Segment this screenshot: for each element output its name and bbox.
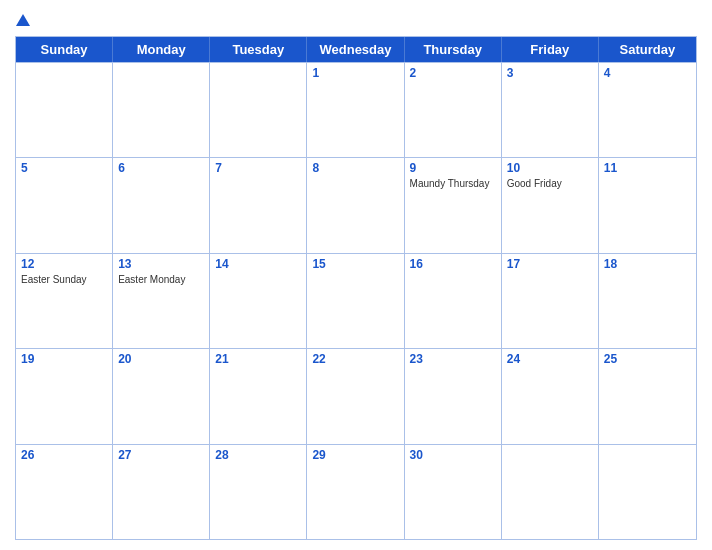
day-number: 3 [507, 66, 593, 80]
calendar-cell: 24 [502, 349, 599, 443]
calendar-cell: 11 [599, 158, 696, 252]
calendar-cell: 7 [210, 158, 307, 252]
calendar-cell [113, 63, 210, 157]
day-number: 26 [21, 448, 107, 462]
calendar-cell: 5 [16, 158, 113, 252]
day-number: 19 [21, 352, 107, 366]
calendar-cell: 6 [113, 158, 210, 252]
day-number: 9 [410, 161, 496, 175]
weekday-header-wednesday: Wednesday [307, 37, 404, 62]
weekday-header-monday: Monday [113, 37, 210, 62]
day-number: 21 [215, 352, 301, 366]
calendar-week-3: 12Easter Sunday13Easter Monday1415161718 [16, 253, 696, 348]
calendar-cell: 13Easter Monday [113, 254, 210, 348]
calendar-cell: 29 [307, 445, 404, 539]
day-number: 16 [410, 257, 496, 271]
weekday-header-saturday: Saturday [599, 37, 696, 62]
calendar-cell [599, 445, 696, 539]
day-number: 12 [21, 257, 107, 271]
logo-blue-text [15, 10, 30, 30]
calendar-week-2: 56789Maundy Thursday10Good Friday11 [16, 157, 696, 252]
calendar-cell: 4 [599, 63, 696, 157]
event-text: Maundy Thursday [410, 177, 496, 190]
calendar-cell: 3 [502, 63, 599, 157]
day-number: 2 [410, 66, 496, 80]
day-number: 1 [312, 66, 398, 80]
weekday-header-thursday: Thursday [405, 37, 502, 62]
calendar-cell: 1 [307, 63, 404, 157]
calendar-cell: 30 [405, 445, 502, 539]
calendar-header-row: SundayMondayTuesdayWednesdayThursdayFrid… [16, 37, 696, 62]
svg-marker-0 [16, 14, 30, 26]
calendar-cell: 2 [405, 63, 502, 157]
day-number: 13 [118, 257, 204, 271]
calendar-cell: 25 [599, 349, 696, 443]
calendar-cell [210, 63, 307, 157]
event-text: Good Friday [507, 177, 593, 190]
day-number: 11 [604, 161, 691, 175]
day-number: 25 [604, 352, 691, 366]
calendar-week-4: 19202122232425 [16, 348, 696, 443]
header [15, 10, 697, 30]
calendar-cell: 10Good Friday [502, 158, 599, 252]
calendar-cell: 21 [210, 349, 307, 443]
country-label [617, 10, 697, 16]
calendar-week-5: 2627282930 [16, 444, 696, 539]
weekday-header-tuesday: Tuesday [210, 37, 307, 62]
day-number: 20 [118, 352, 204, 366]
calendar-cell [502, 445, 599, 539]
logo [15, 10, 30, 30]
calendar-body: 123456789Maundy Thursday10Good Friday111… [16, 62, 696, 539]
day-number: 14 [215, 257, 301, 271]
day-number: 7 [215, 161, 301, 175]
day-number: 4 [604, 66, 691, 80]
day-number: 18 [604, 257, 691, 271]
calendar-cell: 14 [210, 254, 307, 348]
weekday-header-friday: Friday [502, 37, 599, 62]
logo-triangle-icon [16, 14, 30, 26]
day-number: 29 [312, 448, 398, 462]
calendar-cell: 27 [113, 445, 210, 539]
day-number: 5 [21, 161, 107, 175]
calendar-cell: 17 [502, 254, 599, 348]
calendar-cell: 16 [405, 254, 502, 348]
calendar-cell: 23 [405, 349, 502, 443]
calendar-cell: 12Easter Sunday [16, 254, 113, 348]
day-number: 23 [410, 352, 496, 366]
calendar-cell: 18 [599, 254, 696, 348]
day-number: 24 [507, 352, 593, 366]
calendar-cell [16, 63, 113, 157]
weekday-header-sunday: Sunday [16, 37, 113, 62]
calendar-week-1: 1234 [16, 62, 696, 157]
calendar-cell: 8 [307, 158, 404, 252]
calendar-cell: 28 [210, 445, 307, 539]
event-text: Easter Sunday [21, 273, 107, 286]
day-number: 15 [312, 257, 398, 271]
day-number: 6 [118, 161, 204, 175]
calendar-cell: 19 [16, 349, 113, 443]
calendar-cell: 22 [307, 349, 404, 443]
page: SundayMondayTuesdayWednesdayThursdayFrid… [0, 0, 712, 550]
day-number: 8 [312, 161, 398, 175]
day-number: 28 [215, 448, 301, 462]
day-number: 17 [507, 257, 593, 271]
day-number: 27 [118, 448, 204, 462]
calendar-cell: 26 [16, 445, 113, 539]
day-number: 10 [507, 161, 593, 175]
calendar-cell: 20 [113, 349, 210, 443]
day-number: 22 [312, 352, 398, 366]
calendar-cell: 9Maundy Thursday [405, 158, 502, 252]
event-text: Easter Monday [118, 273, 204, 286]
day-number: 30 [410, 448, 496, 462]
calendar-cell: 15 [307, 254, 404, 348]
calendar: SundayMondayTuesdayWednesdayThursdayFrid… [15, 36, 697, 540]
